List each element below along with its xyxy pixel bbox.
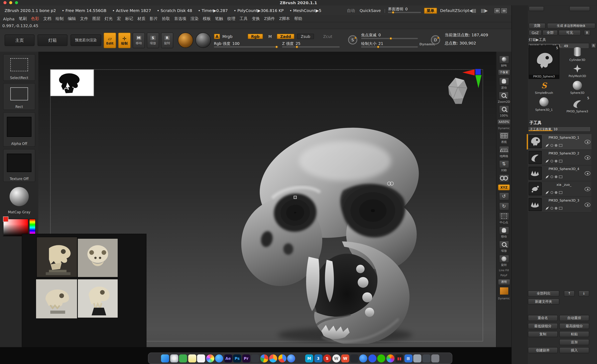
insert-subtool-button[interactable]: 插入 (559, 347, 589, 353)
right-shelf-material-swatch-osq-icon[interactable] (499, 287, 509, 295)
menu-工具[interactable]: 工具 (240, 16, 248, 21)
dock-icon-chrome-2[interactable] (269, 354, 277, 362)
dock-icon-w-red[interactable]: W (341, 354, 349, 362)
subtool-visibility-eye-icon[interactable] (585, 187, 590, 191)
dock-icon-audio-levels[interactable]: ▮▮ (395, 354, 403, 362)
right-shelf-rotate-ccw-rot1-icon[interactable]: ↺ (499, 192, 509, 200)
dock-icon-dark-app[interactable] (350, 354, 358, 362)
menu-图层[interactable]: 图层 (92, 16, 100, 21)
tool-thumb-PolyMesh3D[interactable]: PolyMesh3D (565, 63, 590, 78)
reference-photo-1[interactable] (37, 237, 77, 277)
dock-icon-finder[interactable] (161, 354, 169, 362)
dock-icon-photos[interactable] (206, 354, 214, 362)
gizmo-z-axis-cube[interactable] (475, 69, 481, 75)
rename-button[interactable]: 重命名 (528, 315, 558, 321)
right-shelf-actual-mag-icon[interactable]: 100% (499, 105, 509, 117)
dock-icon-screens[interactable] (422, 354, 430, 362)
next-ui-icon[interactable] (501, 8, 507, 13)
tool-thumb-PM3D_Sphere3[interactable]: PM3D_Sphere35 (565, 96, 590, 113)
right-shelf-xyz[interactable]: XYZ (498, 184, 510, 190)
previous-ui-icon[interactable] (495, 8, 500, 13)
subtool-item-PM3D_Sphere3D_3[interactable]: PM3D_Sphere3D_3 (528, 197, 592, 213)
menu-Z插件[interactable]: Z插件 (264, 16, 275, 21)
dock-icon-pr[interactable]: Pr (242, 354, 250, 362)
goz-r-button[interactable]: R (584, 30, 590, 36)
dock-icon-utility[interactable] (296, 354, 304, 362)
subtool-mini-toggles[interactable] (545, 159, 562, 163)
zsub-mode-button[interactable]: Zsub (297, 34, 314, 39)
copy-subtool-button[interactable]: 复制 (528, 331, 558, 337)
rgb-mode-button[interactable]: Rgb (248, 34, 263, 39)
draw-size-slider[interactable]: 绘制大小21 (361, 41, 418, 47)
subtool-visibility-eye-icon[interactable] (585, 156, 590, 160)
dock-icon-app-grid[interactable] (179, 354, 187, 362)
draw-mode-button[interactable]: ✛ 绘制 (118, 32, 131, 48)
auto-reorder-button[interactable]: 自动重排 (559, 315, 589, 321)
new-folder-button[interactable]: 新建文件夹 (528, 299, 559, 305)
goz-button[interactable]: GoZ (529, 30, 542, 36)
menu-变换[interactable]: 变换 (252, 16, 260, 21)
duplicate-subtool-button[interactable]: 创建副本 (528, 347, 558, 353)
menu-编辑[interactable]: 编辑 (68, 16, 76, 21)
menu-Alpha[interactable]: Alpha (3, 16, 14, 21)
menu-笔刷[interactable]: 笔刷 (19, 16, 27, 21)
subtool-visibility-eye-icon[interactable] (585, 203, 590, 207)
subtool-item-PM3D_Sphere3D_1[interactable]: PM3D_Sphere3D_1 (528, 134, 592, 150)
dock-icon-ps[interactable]: Ps (233, 354, 241, 362)
gizmo-x-axis-arrow[interactable] (463, 70, 475, 76)
clone-button[interactable]: 克隆 (529, 23, 545, 29)
right-shelf-transp[interactable]: 透明 (498, 279, 510, 285)
menu-纹理[interactable]: 纹理 (227, 16, 235, 21)
tool-thumb-Cylinder3D[interactable]: Cylinder3D (565, 45, 590, 62)
reference-photo-2[interactable] (78, 239, 118, 277)
dock-icon-launchpad[interactable] (170, 354, 178, 362)
stroke-rect-button[interactable]: Rect (3, 83, 35, 110)
scale-mode-button[interactable]: S 缩放 (147, 32, 159, 48)
tool-thumb-SimpleBrush[interactable]: SSimpleBrush (529, 80, 559, 95)
dock-icon-blue-app[interactable] (359, 354, 367, 362)
selectrect-brush-button[interactable]: SelectRect (3, 54, 35, 81)
del-higher-subdiv-button[interactable]: 最高级细分 (559, 323, 589, 329)
tool-thumb-PM3D_Sphere3-selected[interactable]: PM3D_Sphere35 (529, 45, 559, 79)
rotate-mode-button[interactable]: R 旋转 (161, 32, 173, 48)
current-color-swatch[interactable] (3, 217, 8, 222)
dock-icon-display-prefs[interactable] (413, 354, 421, 362)
dock-icon-trash[interactable] (431, 354, 439, 362)
m-mode-label[interactable]: M (268, 34, 272, 39)
dock-icon-parallels[interactable]: ⊞ (404, 354, 412, 362)
material-selector-button[interactable]: MatCap Gray (3, 184, 35, 215)
menu-拾取[interactable]: 拾取 (162, 16, 170, 21)
right-shelf-bpr-sphere-icon[interactable]: BPR (499, 55, 509, 67)
partial-button-1[interactable] (529, 6, 544, 11)
reference-photo-4[interactable] (78, 279, 118, 318)
subtool-mini-toggles[interactable] (545, 207, 562, 210)
right-shelf-pan-hand-icon[interactable]: 移动 (499, 226, 509, 239)
current-material-swatch[interactable] (196, 32, 211, 48)
tool-r-button[interactable]: R (591, 43, 597, 49)
subtool-section-header[interactable]: 子工具 (529, 120, 542, 126)
subtool-mini-toggles[interactable] (545, 191, 562, 194)
alpha-channel-button[interactable]: A (214, 34, 220, 39)
menu-笔触[interactable]: 笔触 (215, 16, 223, 21)
zscript-step-forward-icon[interactable]: ||||▶ (481, 5, 487, 15)
paste-subtool-button[interactable]: 粘贴 (559, 331, 589, 337)
menu-首选项[interactable]: 首选项 (174, 16, 186, 21)
right-shelf-local-sym-link-icon[interactable] (499, 174, 509, 182)
menu-渲染[interactable]: 渲染 (190, 16, 198, 21)
subtool-visibility-eye-icon[interactable] (585, 171, 590, 175)
tool-thumb-Sphere3D_1[interactable]: Sphere3D_1 (529, 96, 559, 112)
texture-selector-button[interactable]: Texture Off (3, 149, 35, 182)
menu-模板[interactable]: 模板 (203, 16, 211, 21)
tool-thumb-Sphere3D[interactable]: Sphere3D (565, 80, 590, 95)
subtool-item-xia _zuo_[interactable]: xia _zuo_ (528, 181, 592, 197)
dock-icon-substance[interactable]: S (323, 354, 331, 362)
dock-icon-wechat[interactable] (377, 354, 385, 362)
right-shelf-floor-floor-icon[interactable]: 地网格 (499, 146, 509, 158)
goz-all-button[interactable]: 全部 (542, 30, 558, 36)
dock-icon-max[interactable]: 3 (314, 354, 322, 362)
menu-文档[interactable]: 文档 (43, 16, 51, 21)
subtool-mini-toggles[interactable] (545, 144, 562, 147)
dock-icon-maya[interactable]: M (305, 354, 313, 362)
lightbox-button[interactable]: 灯箱 (38, 35, 68, 46)
ui-opacity-slider[interactable]: 界面透明0 (388, 7, 421, 13)
